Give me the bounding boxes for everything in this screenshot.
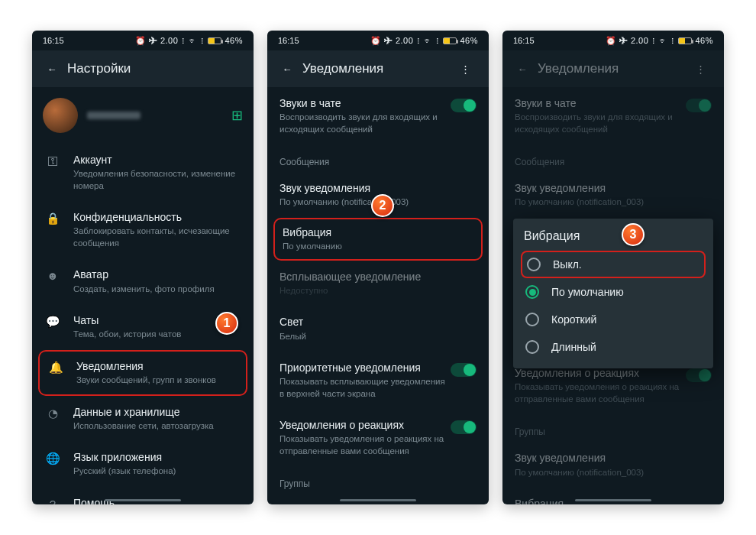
vibration-option-off[interactable]: Выкл.	[521, 251, 706, 278]
back-button[interactable]: ←	[37, 54, 67, 84]
back-button[interactable]: ←	[272, 54, 302, 84]
radio-icon	[525, 313, 539, 326]
setting-group-sound: Звук уведомления По умолчанию (notificat…	[502, 442, 724, 488]
setting-light[interactable]: Свет Белый	[267, 306, 489, 352]
home-indicator	[575, 499, 651, 501]
home-indicator	[105, 499, 181, 501]
menu-button: ⋮	[686, 54, 716, 84]
toggle-priority[interactable]	[451, 363, 477, 377]
radio-icon	[525, 340, 539, 354]
page-title: Уведомления	[538, 61, 686, 76]
setting-chat-sounds: Звуки в чате Воспроизводить звуки для вх…	[502, 87, 724, 144]
help-icon: ?	[44, 498, 61, 504]
vibration-option-default[interactable]: По умолчанию	[524, 278, 703, 306]
step-badge-2: 2	[371, 194, 394, 217]
setting-reactions[interactable]: Уведомления о реакциях Показывать уведом…	[267, 409, 489, 466]
settings-item-notifications[interactable]: 🔔 Уведомления Звуки сообщений, групп и з…	[38, 350, 247, 396]
profile-name-blurred	[87, 112, 141, 119]
setting-priority[interactable]: Приоритетные уведомления Показывать вспл…	[267, 352, 489, 409]
section-groups: Группы	[267, 466, 489, 494]
section-groups: Группы	[502, 414, 724, 442]
battery-icon	[208, 37, 221, 44]
back-button: ←	[507, 54, 538, 84]
chat-icon: 💬	[44, 315, 61, 329]
setting-popup: Всплывающее уведомление Недоступно	[267, 261, 489, 306]
page-title: Настройки	[67, 61, 246, 76]
section-messages: Сообщения	[502, 144, 724, 172]
setting-notification-sound: Звук уведомления По умолчанию (notificat…	[502, 172, 724, 218]
toggle-reactions[interactable]	[451, 420, 477, 434]
app-header: ← Уведомления ⋮	[502, 50, 724, 87]
settings-item-language[interactable]: 🌐 Язык приложения Русский (язык телефона…	[32, 441, 254, 487]
vibration-option-short[interactable]: Короткий	[524, 306, 703, 333]
setting-group-vibration: Вибрация По умолчанию	[502, 488, 724, 504]
step-badge-1: 1	[215, 312, 238, 335]
settings-item-data[interactable]: ◔ Данные и хранилище Использование сети,…	[32, 396, 254, 442]
battery-icon	[678, 37, 692, 44]
step-badge-3: 3	[622, 223, 645, 246]
section-messages: Сообщения	[267, 144, 489, 172]
vibration-dialog: Вибрация Выкл. По умолчанию Короткий Дли…	[513, 219, 713, 368]
status-bar: 16:15 ⏰ ✈ 2.00 ⋮ ᯤ ⫶ 46%	[502, 31, 724, 50]
dialog-title: Вибрация	[524, 229, 703, 243]
status-time: 16:15	[278, 36, 299, 45]
menu-button[interactable]: ⋮	[451, 54, 481, 84]
settings-item-account[interactable]: ⚿ Аккаунт Уведомления безопасности, изме…	[32, 144, 254, 201]
face-icon: ☻	[44, 269, 61, 282]
vibration-option-long[interactable]: Длинный	[524, 333, 703, 361]
status-right: ⏰ ✈ 2.00 ⋮ ᯤ ⫶ 46%	[135, 36, 243, 46]
data-icon: ◔	[44, 407, 61, 420]
radio-icon	[527, 258, 541, 271]
settings-item-help[interactable]: ? Помощь Справочный центр, связь с нами,…	[32, 487, 254, 504]
toggle-chat-sounds	[686, 99, 712, 112]
key-icon: ⚿	[44, 154, 61, 167]
toggle-chat-sounds[interactable]	[451, 99, 477, 112]
profile-row[interactable]: ⊞	[32, 87, 254, 144]
app-header: ← Уведомления ⋮	[267, 50, 489, 87]
toggle-reactions	[686, 368, 712, 382]
bell-icon: 🔔	[47, 361, 64, 374]
status-bar: 16:15 ⏰ ✈ 2.00 ⋮ ᯤ ⫶ 46%	[32, 31, 254, 50]
page-title: Уведомления	[302, 61, 451, 76]
status-right: ⏰ ✈ 2.00 ⋮ ᯤ ⫶ 46%	[606, 36, 713, 46]
status-time: 16:15	[43, 36, 64, 45]
status-right: ⏰ ✈ 2.00 ⋮ ᯤ ⫶ 46%	[370, 36, 478, 46]
setting-chat-sounds[interactable]: Звуки в чате Воспроизводить звуки для вх…	[267, 87, 489, 144]
status-time: 16:15	[513, 36, 535, 45]
avatar	[43, 98, 78, 133]
status-bar: 16:15 ⏰ ✈ 2.00 ⋮ ᯤ ⫶ 46%	[267, 31, 489, 50]
settings-item-privacy[interactable]: 🔒 Конфиденциальность Заблокировать конта…	[32, 201, 254, 258]
battery-icon	[443, 37, 457, 44]
setting-vibration[interactable]: Вибрация По умолчанию	[273, 218, 483, 261]
lock-icon: 🔒	[44, 212, 61, 225]
radio-icon	[525, 285, 539, 299]
settings-item-avatar[interactable]: ☻ Аватар Создать, изменить, фото профиля	[32, 258, 254, 304]
home-indicator	[340, 499, 416, 501]
qr-icon[interactable]: ⊞	[231, 107, 243, 124]
app-header: ← Настройки	[32, 50, 254, 87]
globe-icon: 🌐	[44, 452, 61, 465]
